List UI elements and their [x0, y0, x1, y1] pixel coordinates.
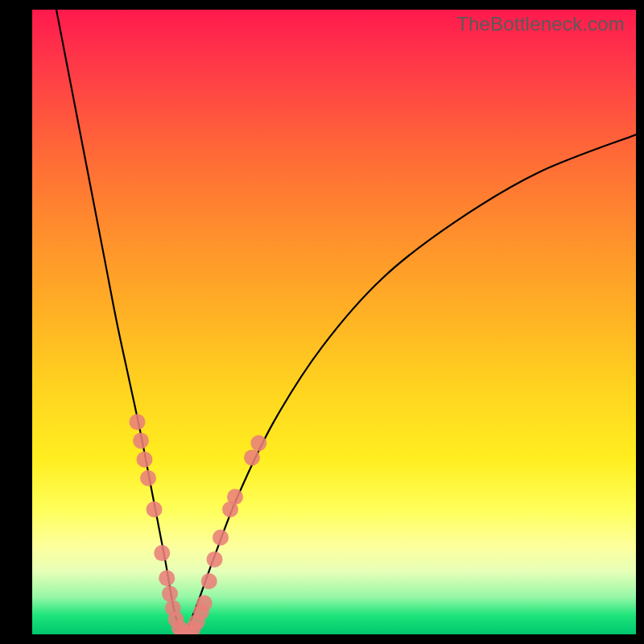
data-marker [227, 489, 243, 505]
data-marker [196, 595, 213, 611]
data-marker [175, 625, 192, 634]
bottleneck-curve [32, 10, 636, 634]
data-marker [137, 452, 153, 468]
data-marker [130, 414, 146, 430]
data-marker [250, 436, 266, 452]
data-marker [201, 573, 217, 589]
chart-frame: TheBottleneck.com [0, 0, 644, 644]
data-marker [189, 613, 205, 630]
watermark-text: TheBottleneck.com [456, 13, 625, 35]
data-marker [159, 570, 175, 586]
data-marker [207, 551, 223, 568]
data-marker [222, 502, 238, 518]
plot-area: TheBottleneck.com [32, 10, 636, 634]
data-marker [133, 432, 149, 448]
data-marker [213, 530, 229, 546]
data-marker [154, 545, 170, 561]
data-marker [168, 611, 184, 627]
data-marker [180, 625, 196, 634]
data-marker [162, 586, 178, 602]
data-marker [244, 449, 260, 465]
data-marker [165, 600, 181, 616]
data-marker [147, 502, 163, 518]
data-marker [185, 621, 201, 634]
data-marker [171, 620, 188, 634]
data-marker [193, 604, 209, 620]
data-marker [140, 470, 156, 486]
